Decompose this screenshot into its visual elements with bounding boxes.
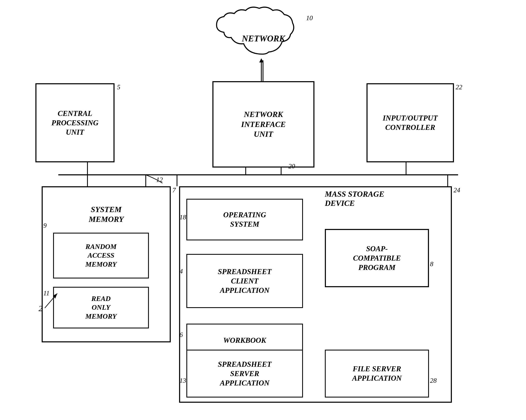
mass-storage-label: MASS STORAGEDEVICE bbox=[325, 190, 384, 208]
ref-22: 22 bbox=[456, 83, 462, 91]
ref-10: 10 bbox=[306, 14, 313, 22]
ref-4: 4 bbox=[180, 268, 183, 275]
ref-20: 20 bbox=[288, 162, 295, 170]
system-memory-box: SYSTEMMEMORY RANDOMACCESSMEMORY READONLY… bbox=[42, 186, 171, 342]
ref-13: 13 bbox=[180, 377, 186, 384]
ref-8: 8 bbox=[430, 260, 433, 268]
ref-2-arrow bbox=[39, 287, 63, 312]
ref-9: 9 bbox=[43, 222, 47, 229]
network-cloud-label: NETWORK bbox=[219, 15, 308, 62]
ref-28: 28 bbox=[430, 377, 437, 384]
soap-program-box: SOAP-COMPATIBLEPROGRAM bbox=[325, 229, 429, 287]
ref-18: 18 bbox=[180, 213, 186, 221]
niu-box: NETWORKINTERFACEUNIT bbox=[212, 81, 314, 168]
spreadsheet-server-box: SPREADSHEETSERVERAPPLICATION bbox=[186, 350, 303, 398]
ram-box: RANDOMACCESSMEMORY bbox=[53, 233, 149, 279]
ref-12: 12 bbox=[156, 176, 163, 184]
ref-24: 24 bbox=[454, 186, 460, 194]
operating-system-box: OPERATINGSYSTEM bbox=[186, 199, 303, 240]
ref-5: 5 bbox=[117, 83, 120, 91]
cpu-box: CENTRALPROCESSINGUNIT bbox=[35, 83, 114, 162]
ref-7: 7 bbox=[172, 186, 176, 194]
io-controller-box: INPUT/OUTPUTCONTROLLER bbox=[366, 83, 454, 162]
file-server-box: FILE SERVERAPPLICATION bbox=[325, 350, 429, 398]
ref-6: 6 bbox=[180, 331, 183, 339]
diagram: NETWORK 10 CENTRALPROCESSINGUNIT 5 NETWO… bbox=[0, 0, 526, 420]
spreadsheet-client-box: SPREADSHEETCLIENTAPPLICATION bbox=[186, 254, 303, 308]
rom-box: READONLYMEMORY bbox=[53, 287, 149, 329]
